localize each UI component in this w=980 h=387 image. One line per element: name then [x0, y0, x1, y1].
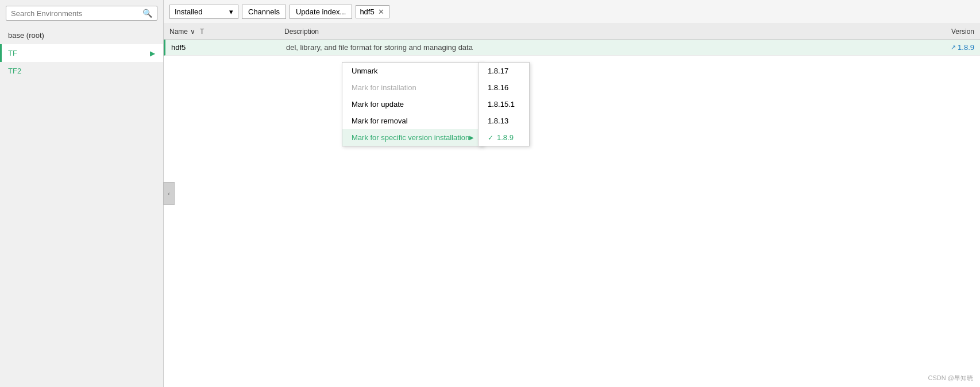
sidebar: 🔍 base (root) TF ▶ TF2 — [0, 0, 164, 387]
toolbar: Installed ▾ Channels Update index... hdf… — [164, 0, 980, 24]
submenu-version-1816[interactable]: 1.8.16 — [479, 79, 529, 96]
ctx-unmark[interactable]: Unmark — [342, 63, 483, 79]
search-icon: 🔍 — [142, 9, 152, 18]
col-header-description: Description — [284, 28, 917, 36]
channels-button[interactable]: Channels — [242, 5, 286, 19]
ctx-mark-specific[interactable]: Mark for specific version installation ▶ — [342, 129, 483, 146]
main-content: Installed ▾ Channels Update index... hdf… — [164, 0, 980, 387]
submenu-version-18151[interactable]: 1.8.15.1 — [479, 96, 529, 113]
watermark: CSDN @早知晓 — [928, 374, 973, 382]
ctx-mark-install: Mark for installation — [342, 79, 483, 96]
package-description: del, library, and file format for storin… — [286, 43, 917, 52]
context-menu: Unmark Mark for installation Mark for up… — [342, 62, 484, 146]
ctx-mark-removal[interactable]: Mark for removal — [342, 113, 483, 129]
environment-list: base (root) TF ▶ TF2 — [0, 26, 163, 387]
search-input[interactable] — [11, 9, 142, 18]
filter-icon: T — [200, 28, 204, 36]
clear-search-button[interactable]: ✕ — [377, 7, 385, 16]
submenu-version-189[interactable]: ✓ 1.8.9 — [479, 129, 529, 146]
installed-dropdown[interactable]: Installed ▾ — [169, 5, 238, 19]
submenu-arrow-icon: ▶ — [469, 134, 474, 141]
table-row[interactable]: hdf5 del, library, and file format for s… — [164, 40, 980, 56]
ctx-mark-update[interactable]: Mark for update — [342, 96, 483, 113]
play-icon: ▶ — [150, 49, 155, 57]
search-bar[interactable]: 🔍 — [6, 6, 157, 21]
sidebar-item-tf[interactable]: TF ▶ — [0, 44, 163, 62]
submenu-version-1813[interactable]: 1.8.13 — [479, 113, 529, 129]
package-version: ↗ 1.8.9 — [917, 43, 974, 52]
package-search-bar: hdf5 ✕ — [356, 5, 389, 18]
sort-icon: ∨ — [190, 28, 195, 36]
package-name: hdf5 — [171, 43, 286, 52]
sidebar-item-base[interactable]: base (root) — [0, 26, 163, 44]
collapse-sidebar-button[interactable]: ‹ — [163, 182, 175, 205]
submenu-version-1817[interactable]: 1.8.17 — [479, 63, 529, 79]
dropdown-chevron-icon: ▾ — [229, 7, 233, 16]
installed-label: Installed — [175, 7, 202, 16]
version-submenu: 1.8.17 1.8.16 1.8.15.1 1.8.13 ✓ 1.8.9 — [478, 62, 530, 146]
version-arrow-icon: ↗ — [951, 44, 956, 51]
table-header: Name ∨ T Description Version — [164, 24, 980, 40]
col-header-version: Version — [917, 28, 974, 36]
check-icon: ✓ — [488, 134, 493, 142]
update-index-button[interactable]: Update index... — [290, 5, 352, 19]
col-header-name: Name ∨ T — [169, 28, 284, 36]
package-search-value: hdf5 — [360, 7, 374, 16]
sidebar-item-tf2[interactable]: TF2 — [0, 62, 163, 80]
